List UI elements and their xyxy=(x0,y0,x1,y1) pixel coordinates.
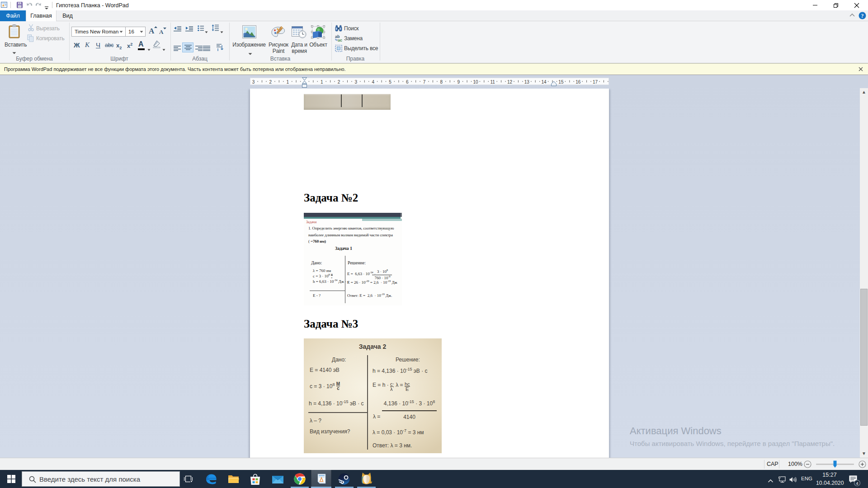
svg-text:9: 9 xyxy=(457,80,460,84)
svg-text:2: 2 xyxy=(338,80,340,84)
svg-text:?: ? xyxy=(861,13,864,19)
svg-text:7: 7 xyxy=(423,80,426,84)
svg-text:12: 12 xyxy=(507,80,513,84)
svg-text:8: 8 xyxy=(440,80,443,84)
svg-text:4: 4 xyxy=(856,481,858,486)
svg-text:11: 11 xyxy=(491,80,495,84)
svg-text:2: 2 xyxy=(269,80,272,84)
svg-text:16: 16 xyxy=(576,80,581,84)
svg-text:13: 13 xyxy=(524,80,530,84)
svg-text:1: 1 xyxy=(321,80,323,84)
svg-text:ac: ac xyxy=(338,38,342,42)
svg-text:10: 10 xyxy=(473,80,478,84)
svg-text:6: 6 xyxy=(406,80,409,84)
svg-text:3: 3 xyxy=(355,80,358,84)
svg-text:15: 15 xyxy=(558,80,564,84)
svg-text:1: 1 xyxy=(286,80,289,84)
svg-text:17: 17 xyxy=(593,80,598,84)
svg-text:3: 3 xyxy=(252,80,255,84)
svg-text:5: 5 xyxy=(389,80,392,84)
svg-text:4: 4 xyxy=(372,80,374,84)
svg-text:14: 14 xyxy=(542,80,547,84)
